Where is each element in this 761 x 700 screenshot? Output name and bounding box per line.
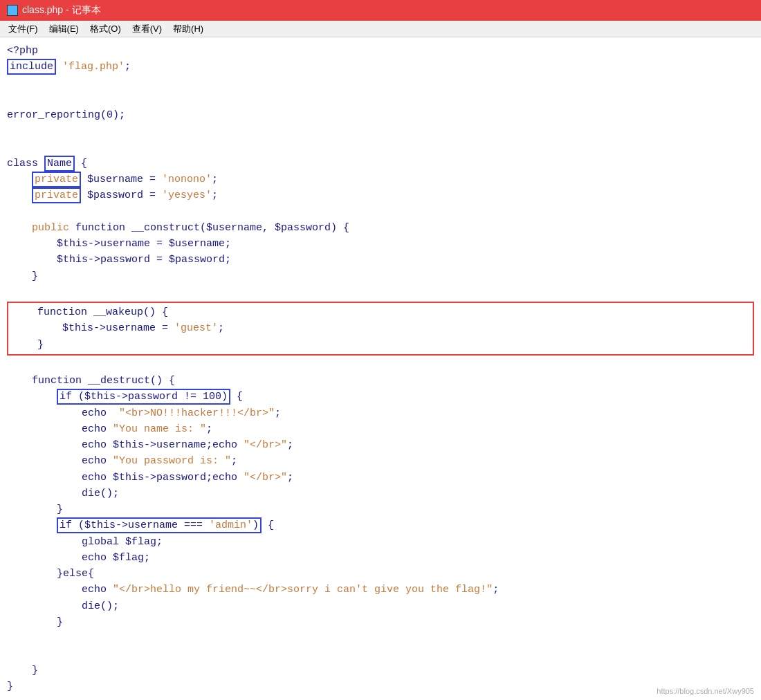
code-line-blank9 xyxy=(7,646,754,662)
code-line-11: function __wakeup() { xyxy=(12,304,749,320)
code-line-blank8 xyxy=(7,630,754,646)
code-line-27: echo "</br>hello my friend~~</br>sorry i… xyxy=(7,582,754,598)
code-line-24: global $flag; xyxy=(7,534,754,550)
menu-view[interactable]: 查看(V) xyxy=(127,21,167,37)
code-line-19: echo "You password is: "; xyxy=(7,453,754,469)
menu-bar: 文件(F) 编辑(E) 格式(O) 查看(V) 帮助(H) xyxy=(0,21,761,37)
code-line-29: } xyxy=(7,614,754,630)
code-line-22: } xyxy=(7,501,754,517)
code-line-17: echo "You name is: "; xyxy=(7,421,754,437)
highlight-private1: private xyxy=(32,172,81,187)
menu-format[interactable]: 格式(O) xyxy=(84,21,127,37)
code-line-4: class Name { xyxy=(7,156,754,172)
code-line-18: echo $this->username;echo "</br>"; xyxy=(7,437,754,453)
code-line-20: echo $this->password;echo "</br>"; xyxy=(7,470,754,486)
menu-help[interactable]: 帮助(H) xyxy=(167,21,209,37)
code-line-7: public function __construct($username, $… xyxy=(7,220,754,236)
code-line-25: echo $flag; xyxy=(7,550,754,566)
code-line-6: private $password = 'yesyes'; xyxy=(7,187,754,203)
code-line-26: }else{ xyxy=(7,566,754,582)
title-text: class.php - 记事本 xyxy=(22,4,101,17)
highlight-name: Name xyxy=(44,156,75,172)
notepad-icon xyxy=(7,5,18,16)
code-line-1: <?php xyxy=(7,43,754,59)
code-line-blank1 xyxy=(7,75,754,91)
highlight-if-password: if ($this->password != 100) xyxy=(57,389,230,405)
highlight-if-username: if ($this->username === 'admin') xyxy=(57,517,262,533)
code-line-3: error_reporting(0); xyxy=(7,107,754,123)
watermark: https://blog.csdn.net/Xwy905 xyxy=(657,685,754,697)
title-bar: class.php - 记事本 xyxy=(0,0,761,21)
code-line-8: $this->username = $username; xyxy=(7,236,754,252)
highlight-include: include xyxy=(7,59,56,75)
code-line-16: echo "<br>NO!!!hacker!!!</br>"; xyxy=(7,405,754,421)
code-line-blank6 xyxy=(7,284,754,300)
code-line-blank7 xyxy=(7,357,754,373)
code-line-15: if ($this->password != 100) { xyxy=(7,389,754,405)
code-line-28: die(); xyxy=(7,598,754,614)
code-line-5: private $username = 'nonono'; xyxy=(7,172,754,187)
code-line-blank4 xyxy=(7,140,754,156)
you-text: You xyxy=(119,423,138,435)
code-line-21: die(); xyxy=(7,486,754,501)
code-line-23: if ($this->username === 'admin') { xyxy=(7,517,754,533)
code-line-13: } xyxy=(12,337,749,353)
highlight-wakeup-box: function __wakeup() { $this->username = … xyxy=(7,302,754,356)
code-line-2: include 'flag.php'; xyxy=(7,59,754,75)
code-line-blank5 xyxy=(7,204,754,220)
code-line-blank2 xyxy=(7,91,754,107)
code-line-30: } xyxy=(7,663,754,679)
code-line-14: function __destruct() { xyxy=(7,373,754,389)
code-line-31: } xyxy=(7,679,754,694)
code-area[interactable]: <?php include 'flag.php'; error_reportin… xyxy=(0,37,761,700)
highlight-private2: private xyxy=(32,187,81,203)
code-line-9: $this->password = $password; xyxy=(7,252,754,268)
code-line-blank3 xyxy=(7,123,754,139)
menu-edit[interactable]: 编辑(E) xyxy=(44,21,84,37)
code-line-12: $this->username = 'guest'; xyxy=(12,320,749,336)
code-line-10: } xyxy=(7,268,754,284)
menu-file[interactable]: 文件(F) xyxy=(3,21,44,37)
